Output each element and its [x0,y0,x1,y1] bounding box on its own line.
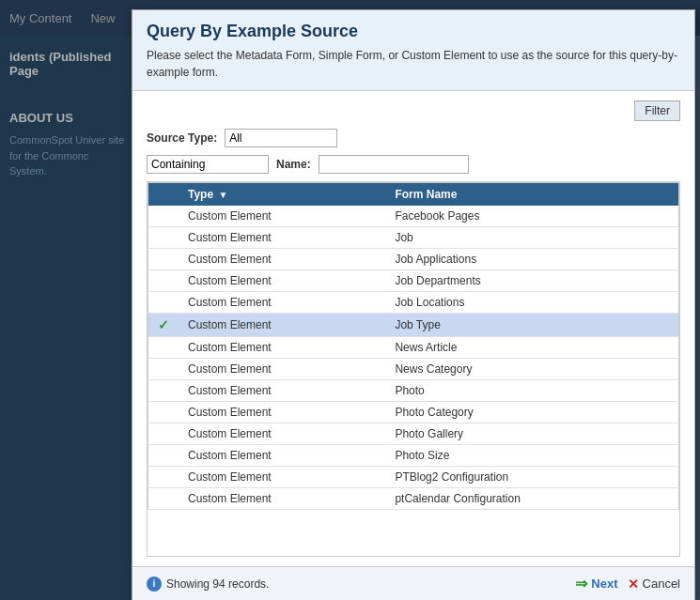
table-header: Type ▼ Form Name [148,183,679,207]
cancel-x-icon: ✕ [628,577,639,592]
check-cell [148,337,179,359]
form-name-cell: Job Locations [385,292,678,314]
form-name-cell: Job Type [385,314,678,337]
form-name-cell: News Article [385,337,678,359]
type-cell: Custom Element [179,314,385,337]
table-row[interactable]: Custom ElementJob Departments [148,270,679,292]
check-cell [148,380,179,402]
filter-button[interactable]: Filter [634,100,680,121]
info-icon: i [147,577,162,592]
table-body: Custom ElementFacebook PagesCustom Eleme… [148,206,679,510]
type-cell: Custom Element [179,445,385,467]
table-row[interactable]: Custom ElementPhoto Category [148,402,679,423]
footer-actions: ⇒ Next ✕ Cancel [575,575,680,592]
form-name-cell: Photo Gallery [385,423,678,445]
modal-title: Query By Example Source [147,22,680,41]
type-column-header[interactable]: Type ▼ [179,183,385,207]
footer-info: i Showing 94 records. [147,577,269,592]
type-column-label: Type [188,188,213,201]
type-cell: Custom Element [179,467,385,488]
form-name-cell: Photo Category [385,402,678,423]
table-row[interactable]: Custom ElementPhoto Size [148,445,679,467]
check-cell [148,227,179,249]
showing-records-text: Showing 94 records. [166,577,269,591]
source-type-label: Source Type: [147,131,217,145]
table-row[interactable]: Custom ElementJob Applications [148,249,679,270]
type-cell: Custom Element [179,292,385,314]
name-label: Name: [276,158,311,171]
check-cell [148,206,179,227]
table-row[interactable]: Custom ElementPhoto [148,380,679,402]
table-row[interactable]: ✓Custom ElementJob Type [148,314,679,337]
next-button[interactable]: ⇒ Next [575,575,617,592]
modal-body: Filter Source Type: All Metadata Form Si… [132,91,694,566]
form-name-cell: Job Applications [385,249,678,270]
table-row[interactable]: Custom ElementptCalendar Configuration [148,488,679,510]
containing-row: Containing Starting With Ending With Exa… [147,155,680,174]
source-type-row: Source Type: All Metadata Form Simple Fo… [147,129,680,147]
form-name-cell: PTBlog2 Configuration [385,467,678,488]
source-type-select[interactable]: All Metadata Form Simple Form Custom Ele… [225,129,337,147]
modal-header: Query By Example Source Please select th… [132,10,694,91]
check-cell [148,402,179,423]
cancel-button[interactable]: ✕ Cancel [628,577,680,592]
type-cell: Custom Element [179,380,385,402]
check-cell [148,488,179,510]
table-container[interactable]: Type ▼ Form Name Custom ElementFacebook … [147,181,680,557]
check-cell [148,359,179,380]
type-cell: Custom Element [179,249,385,270]
check-cell [148,445,179,467]
check-cell [148,467,179,488]
form-name-cell: Photo [385,380,678,402]
check-column-header [148,183,179,207]
modal-description: Please select the Metadata Form, Simple … [147,47,680,81]
results-table: Type ▼ Form Name Custom ElementFacebook … [148,182,679,510]
type-cell: Custom Element [179,270,385,292]
check-cell [148,249,179,270]
query-by-example-modal: Query By Example Source Please select th… [132,9,695,600]
check-cell [148,292,179,314]
form-name-column-header[interactable]: Form Name [385,183,678,207]
name-input[interactable] [319,155,469,174]
type-cell: Custom Element [179,488,385,510]
check-icon: ✓ [158,317,169,332]
filter-row: Filter [147,100,680,121]
table-row[interactable]: Custom ElementNews Category [148,359,679,380]
type-cell: Custom Element [179,423,385,445]
next-label: Next [591,577,617,591]
table-row[interactable]: Custom ElementPTBlog2 Configuration [148,467,679,488]
type-cell: Custom Element [179,402,385,423]
form-name-cell: News Category [385,359,678,380]
table-row[interactable]: Custom ElementPhoto Gallery [148,423,679,445]
form-name-cell: Facebook Pages [385,206,678,227]
form-name-cell: ptCalendar Configuration [385,488,678,510]
check-cell [148,423,179,445]
type-cell: Custom Element [179,227,385,249]
type-cell: Custom Element [179,337,385,359]
table-row[interactable]: Custom ElementJob [148,227,679,249]
form-name-column-label: Form Name [395,188,457,201]
form-name-cell: Job [385,227,678,249]
form-name-cell: Job Departments [385,270,678,292]
type-cell: Custom Element [179,206,385,227]
type-sort-icon: ▼ [218,190,227,200]
cancel-label: Cancel [643,577,680,591]
type-cell: Custom Element [179,359,385,380]
check-cell: ✓ [148,314,179,337]
table-row[interactable]: Custom ElementNews Article [148,337,679,359]
table-row[interactable]: Custom ElementJob Locations [148,292,679,314]
modal-footer: i Showing 94 records. ⇒ Next ✕ Cancel [132,566,694,600]
next-arrow-icon: ⇒ [575,575,587,592]
table-row[interactable]: Custom ElementFacebook Pages [148,206,679,227]
check-cell [148,270,179,292]
containing-select[interactable]: Containing Starting With Ending With Exa… [147,155,269,174]
form-name-cell: Photo Size [385,445,678,467]
